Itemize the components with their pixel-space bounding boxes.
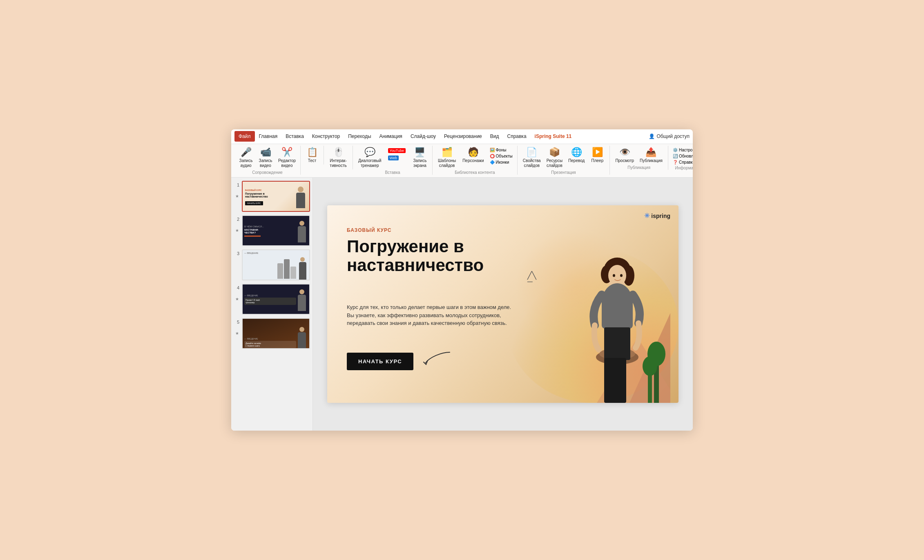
menu-insert[interactable]: Вставка [281, 131, 308, 142]
menu-design[interactable]: Конструктор [308, 131, 344, 142]
slide-image-2[interactable]: В ЧЁМ СМЫСЛ... НАСТАВНИ-ЧЕСТВА? [242, 215, 310, 246]
svg-point-11 [613, 274, 615, 277]
accompaniment-label: Сопровождение [237, 170, 298, 175]
shared-access-button[interactable]: 👤 Общий доступ [649, 133, 690, 139]
ribbon-record-audio[interactable]: 🎤 Записьаудио [237, 146, 255, 169]
app-window: Файл Главная Вставка Конструктор Переход… [231, 129, 693, 431]
camera-icon: 📹 [260, 147, 271, 158]
content-library-label: Библиотека контента [436, 170, 514, 175]
ribbon-test[interactable]: 📋 Тест [303, 146, 321, 164]
user-icon: 👤 [649, 133, 655, 139]
ribbon: 🎤 Записьаудио 📹 Записьвидео ✂️ Редакторв… [231, 144, 693, 178]
menu-bar: Файл Главная Вставка Конструктор Переход… [231, 129, 693, 144]
ribbon-slide-properties[interactable]: 📄 Свойстваслайдов [521, 146, 543, 169]
bg-icon: 🖼️ [490, 148, 495, 152]
slide-panel: 1 ★ БАЗОВЫЙ КУРС Погружение внаставничес… [231, 178, 313, 431]
menu-transitions[interactable]: Переходы [344, 131, 375, 142]
slide-thumb-3[interactable]: 3 ★ — ВВЕДЕНИЕ [234, 249, 310, 280]
publish-label: Публикация [613, 165, 665, 170]
slide-image-1[interactable]: БАЗОВЫЙ КУРС Погружение внаставничество … [242, 181, 310, 212]
menu-animation[interactable]: Анимация [375, 131, 406, 142]
slide-image-3[interactable]: — ВВЕДЕНИЕ [242, 249, 310, 280]
player-icon: ▶️ [592, 147, 603, 158]
ribbon-backgrounds[interactable]: 🖼️ Фоны [489, 147, 514, 153]
ispring-logo: ✳ ispring [644, 212, 670, 220]
menu-ispring[interactable]: iSpring Suite 11 [531, 131, 576, 142]
slide-canvas: ✳ ispring БАЗОВЫЙ КУРС Погружение в наст… [327, 205, 678, 403]
interactivity-icon: 🖱️ [333, 147, 344, 158]
svg-rect-15 [602, 292, 633, 329]
help-icon: ❓ [673, 160, 678, 164]
slide-image-5[interactable]: — ВВЕДЕНИЕ Давайте начнёмс первого шага [242, 318, 310, 349]
ribbon-preview[interactable]: 👁️ Просмотр [613, 146, 636, 164]
translate-icon: 🌐 [571, 147, 582, 158]
menu-review[interactable]: Рецензирование [440, 131, 486, 142]
menu-view[interactable]: Вид [486, 131, 503, 142]
character-illustration [572, 231, 670, 403]
slide-description: Курс для тех, кто только делает первые ш… [347, 303, 518, 327]
resources-icon: 📦 [549, 147, 560, 158]
ribbon-player[interactable]: ▶️ Плеер [588, 146, 606, 164]
ribbon-web[interactable]: Web [386, 155, 408, 161]
microphone-icon: 🎤 [241, 147, 252, 158]
arrow-decoration [421, 349, 454, 367]
test-icon: 📋 [307, 147, 318, 158]
ribbon-icons[interactable]: 🔷 Иконки [489, 160, 514, 165]
ribbon-publish[interactable]: 📤 Публикация [638, 146, 665, 164]
svg-point-12 [620, 274, 623, 277]
slide-title: Погружение в наставничество [347, 237, 543, 275]
ribbon-help[interactable]: ❓ Справка ▾ [672, 160, 693, 165]
ribbon-dialog-trainer[interactable]: 💬 Диалоговыйтренажер [356, 146, 384, 169]
ribbon-characters[interactable]: 🧑 Персонажи [460, 146, 486, 164]
objects-icon: ⭕ [490, 154, 495, 158]
ribbon-youtube[interactable]: YouTube [386, 147, 408, 154]
publish-icon: 📤 [645, 147, 656, 158]
slide-thumb-1[interactable]: 1 ★ БАЗОВЫЙ КУРС Погружение внаставничес… [234, 181, 310, 212]
menu-right: 👤 Общий доступ [649, 133, 690, 139]
ribbon-objects[interactable]: ⭕ Объекты [489, 153, 514, 159]
deco-lines: ╱╲─ [527, 273, 536, 284]
ribbon-interactivity[interactable]: 🖱️ Интерак-тивность [326, 146, 350, 169]
ribbon-settings[interactable]: ⚙️ Настройки [672, 147, 693, 153]
slide-thumb-5[interactable]: 5 ★ — ВВЕДЕНИЕ Давайте начнёмс первого ш… [234, 318, 310, 349]
presentation-label: Презентация [521, 170, 607, 175]
ribbon-record-video[interactable]: 📹 Записьвидео [257, 146, 275, 169]
ribbon-video-editor[interactable]: ✂️ Редакторвидео [276, 146, 298, 169]
slide-subtitle: БАЗОВЫЙ КУРС [347, 227, 391, 233]
svg-point-10 [608, 265, 626, 286]
icons-icon: 🔷 [490, 160, 495, 164]
menu-help[interactable]: Справка [503, 131, 530, 142]
updates-icon: 🔄 [673, 154, 678, 158]
scissors-icon: ✂️ [281, 147, 292, 158]
characters-icon: 🧑 [468, 147, 479, 158]
svg-rect-23 [614, 358, 626, 403]
insert-label: Вставка [356, 170, 429, 175]
slide-thumb-2[interactable]: 2 ★ В ЧЁМ СМЫСЛ... НАСТАВНИ-ЧЕСТВА? [234, 215, 310, 246]
ribbon-record-screen[interactable]: 🖥️ Записьэкрана [411, 146, 429, 169]
main-area: 1 ★ БАЗОВЫЙ КУРС Погружение внаставничес… [231, 178, 693, 431]
slide-thumb-4[interactable]: 4 ★ — ВВЕДЕНИЕ Привет! Я твойтренажер [234, 284, 310, 315]
menu-file[interactable]: Файл [234, 131, 255, 142]
menu-home[interactable]: Главная [255, 131, 282, 142]
svg-point-5 [643, 356, 657, 376]
properties-icon: 📄 [526, 147, 537, 158]
slide-cta-button[interactable]: НАЧАТЬ КУРС [347, 353, 413, 370]
slide-image-4[interactable]: — ВВЕДЕНИЕ Привет! Я твойтренажер [242, 284, 310, 315]
ribbon-translate[interactable]: 🌐 Перевод [566, 146, 587, 164]
ribbon-slide-resources[interactable]: 📦 Ресурсыслайдов [545, 146, 565, 169]
slide-view: ✳ ispring БАЗОВЫЙ КУРС Погружение в наст… [313, 178, 693, 431]
templates-icon: 🗂️ [442, 147, 453, 158]
svg-rect-21 [604, 327, 630, 360]
screen-icon: 🖥️ [414, 147, 425, 158]
settings-icon: ⚙️ [673, 148, 678, 152]
ribbon-updates[interactable]: 🔄 Обновления [672, 153, 693, 159]
ribbon-slide-templates[interactable]: 🗂️ Шаблоныслайдов [436, 146, 458, 169]
menu-slideshow[interactable]: Слайд-шоу [406, 131, 440, 142]
info-label: Информация [672, 166, 693, 170]
preview-icon: 👁️ [619, 147, 630, 158]
dialog-icon: 💬 [364, 147, 375, 158]
